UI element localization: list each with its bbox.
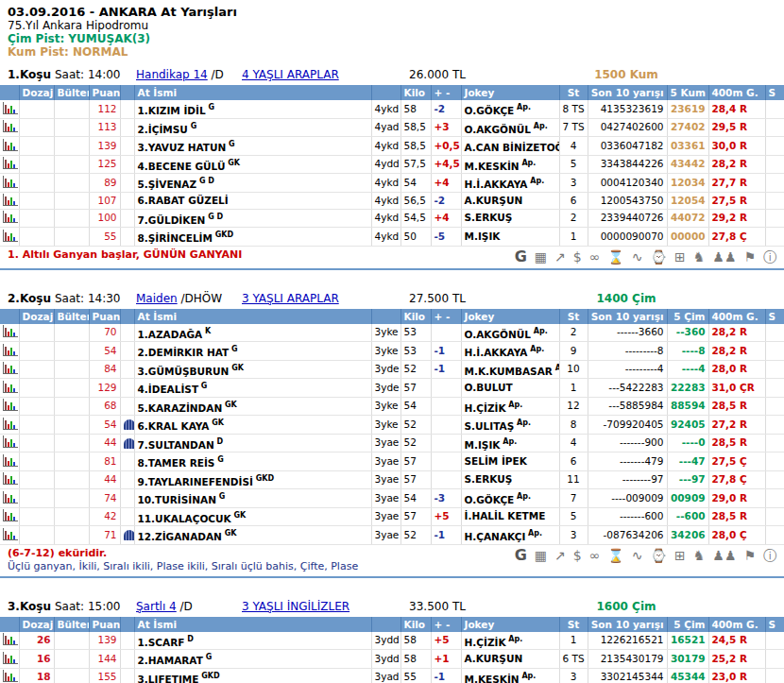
- form-chart-icon[interactable]: [3, 157, 18, 169]
- horse-name: 1.SCARF: [138, 636, 185, 647]
- last10-results-cell: 1200543750: [588, 192, 667, 209]
- form-chart-icon[interactable]: [3, 652, 18, 664]
- performance-arrow-icon[interactable]: ↗: [554, 248, 566, 265]
- form-chart-icon[interactable]: [3, 325, 18, 337]
- info-icon[interactable]: ⓘ: [763, 248, 776, 265]
- age-code-cell: 3yae: [371, 470, 401, 489]
- form-chart-icon[interactable]: [3, 211, 18, 223]
- jockey-cell: H.ÇİZİK Ap.: [461, 632, 559, 650]
- race-type-link[interactable]: Maiden: [136, 292, 178, 305]
- column-header: Dozaj: [19, 617, 54, 632]
- age-code-cell: 3yae: [371, 507, 401, 526]
- dozaj-cell: [19, 324, 54, 342]
- start-box-cell: 12: [559, 397, 588, 416]
- horse-row: 1393.YAVUZ HATUN G4ykd58,5+0,5A.CAN BİNİ…: [0, 137, 784, 156]
- form-chart-icon[interactable]: [3, 102, 18, 114]
- horse-badges: GK: [222, 401, 237, 409]
- form-chart-icon[interactable]: [3, 399, 18, 411]
- form-chart-icon[interactable]: [3, 176, 18, 188]
- apprentice-badge: Ap.: [527, 177, 544, 185]
- horses-icon[interactable]: ♞: [693, 547, 706, 564]
- weight-change-cell: [431, 324, 461, 342]
- horse-name-cell: 6.RABAT GÜZELİ: [134, 192, 371, 209]
- dozaj-cell: 16: [19, 650, 54, 669]
- horse-badges: GKD: [253, 474, 274, 483]
- form-chart-icon[interactable]: [3, 509, 18, 521]
- ganyan-g-icon[interactable]: G: [515, 248, 527, 265]
- horse-name: 8.ŞİRİNCELİM: [138, 232, 213, 244]
- crowd-icon[interactable]: ♟♟: [712, 248, 736, 265]
- last5-surface-cell: ----4: [667, 360, 708, 379]
- performance-arrow-icon[interactable]: ↗: [554, 547, 566, 564]
- form-chart-icon[interactable]: [3, 528, 18, 540]
- form-chart-icon[interactable]: [3, 670, 18, 682]
- finish-flag-icon[interactable]: ⚑: [743, 547, 756, 564]
- horse-row: 558.ŞİRİNCELİM GKD4ykd50-5M.IŞIK10000090…: [0, 228, 784, 247]
- form-chart-icon[interactable]: [3, 362, 18, 374]
- money-icon[interactable]: $: [573, 248, 582, 265]
- ganyan-g-icon[interactable]: G: [515, 547, 527, 564]
- puan-cell: 54: [89, 342, 120, 361]
- race-type-link[interactable]: Handikap 14: [136, 68, 208, 81]
- finish-flag-icon[interactable]: ⚑: [743, 248, 756, 265]
- crowd-icon[interactable]: ♟♟: [712, 547, 736, 564]
- calculator-icon[interactable]: ⊞: [674, 547, 686, 564]
- horse-name: 5.ŞİVENAZ: [138, 179, 197, 190]
- form-chart-icon[interactable]: [3, 230, 18, 242]
- section-divider: [0, 576, 784, 578]
- program-calc-icon[interactable]: ▦: [535, 248, 547, 265]
- kilo-cell: 58: [401, 100, 431, 118]
- binoculars-icon[interactable]: ∞: [589, 248, 601, 265]
- race-time: Saat: 14:30: [55, 291, 136, 306]
- form-chart-icon[interactable]: [3, 194, 18, 206]
- bulten-cell: [54, 192, 89, 209]
- race-group-link[interactable]: 3 YAŞLI ARAPLAR: [242, 292, 339, 305]
- calculator-icon[interactable]: ⊞: [674, 248, 686, 265]
- form-chart-icon[interactable]: [3, 418, 18, 430]
- form-chart-icon[interactable]: [3, 633, 18, 645]
- form-chart-icon[interactable]: [3, 139, 18, 151]
- horse-name: 1.KIZIM İDİL: [138, 105, 206, 116]
- horses-table: DozajBültenPuanAt İsmiKilo+ -JokeyStSon …: [0, 309, 784, 545]
- form-chart-icon[interactable]: [3, 472, 18, 485]
- stopwatch-icon[interactable]: ⌚: [651, 248, 667, 265]
- form-graph-icon[interactable]: ∿: [632, 547, 643, 564]
- start-box-cell: 5: [559, 155, 588, 174]
- form-chart-icon[interactable]: [3, 381, 18, 393]
- race-group-link[interactable]: 3 YAŞLI İNGİLİZLER: [242, 600, 349, 613]
- horse-name: 2.İÇİMSU: [138, 123, 188, 134]
- age-code-cell: 4yad: [371, 118, 401, 137]
- column-header: Bülten: [54, 85, 89, 100]
- race-group-link[interactable]: 4 YAŞLI ARAPLAR: [242, 68, 339, 81]
- dozaj-cell: [19, 174, 54, 193]
- horse-badges: D: [184, 635, 193, 643]
- jockey-cell: A.KURŞUN: [461, 650, 559, 669]
- age-code-cell: 3yae: [371, 489, 401, 508]
- money-icon[interactable]: $: [573, 547, 582, 564]
- column-header: S: [765, 617, 784, 632]
- hourglass-icon[interactable]: ⌛: [607, 248, 623, 265]
- kilo-cell: 52: [401, 434, 431, 452]
- form-chart-icon[interactable]: [3, 344, 18, 356]
- age-code-cell: 4ykd: [371, 174, 401, 193]
- hourglass-icon[interactable]: ⌛: [607, 547, 623, 564]
- form-chart-icon[interactable]: [3, 120, 18, 132]
- horse-row: 7410.TURİSİNAN G3yae54-3O.GÖKÇE Ap.7----…: [0, 489, 784, 508]
- puan-cell: 44: [89, 434, 120, 452]
- form-graph-icon[interactable]: ∿: [632, 248, 643, 265]
- kilo-cell: 54: [401, 174, 431, 193]
- form-chart-icon[interactable]: [3, 491, 18, 504]
- race-type-link[interactable]: Şartlı 4: [136, 600, 177, 613]
- race-type-suffix: /D: [208, 68, 224, 81]
- program-calc-icon[interactable]: ▦: [535, 547, 547, 564]
- form-chart-icon[interactable]: [3, 435, 18, 448]
- binoculars-icon[interactable]: ∞: [589, 547, 601, 564]
- form-chart-icon[interactable]: [3, 454, 18, 467]
- puan-cell: 107: [89, 192, 120, 209]
- horse-name: 2.HAMARAT: [138, 655, 203, 666]
- horses-icon[interactable]: ♞: [693, 248, 706, 265]
- age-code-cell: 3yke: [371, 342, 401, 361]
- info-icon[interactable]: ⓘ: [763, 547, 776, 564]
- stopwatch-icon[interactable]: ⌚: [651, 547, 667, 564]
- last5-surface-cell: 44072: [667, 209, 708, 228]
